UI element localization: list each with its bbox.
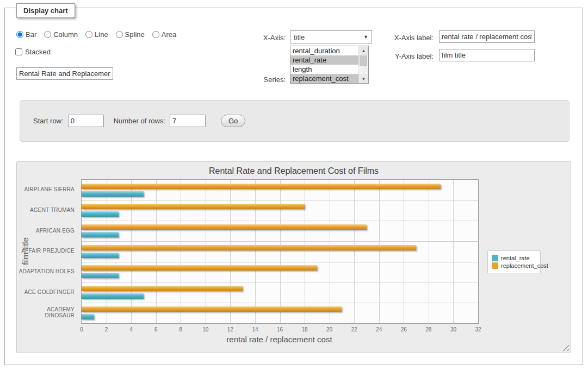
- chart-type-label: Bar: [26, 30, 36, 39]
- vertical-gridline: [280, 180, 281, 323]
- stacked-label: Stacked: [25, 48, 51, 56]
- chart-type-label: Column: [53, 30, 78, 39]
- series-option-rental_rate[interactable]: rental_rate: [290, 55, 359, 65]
- bar-rental_rate: [82, 273, 119, 278]
- x-axis-select[interactable]: title ▼: [290, 30, 372, 43]
- chart-type-radio-bar[interactable]: [16, 31, 23, 38]
- chart-type-radio-line[interactable]: [85, 31, 92, 38]
- vertical-gridline: [131, 180, 132, 323]
- bar-rental_rate: [82, 314, 94, 319]
- series-option-rental_duration[interactable]: rental_duration: [290, 46, 359, 55]
- x-axis-label-input[interactable]: [439, 30, 535, 43]
- vertical-gridline: [404, 180, 404, 323]
- y-axis-label-input[interactable]: [439, 49, 535, 61]
- bar-replacement_cost: [82, 245, 416, 250]
- chart-type-label: Line: [95, 30, 108, 39]
- chart-type-column[interactable]: Column: [44, 30, 78, 39]
- scrollbar-thumb[interactable]: [360, 55, 367, 66]
- display-chart-page: Display chart BarColumnLineSplineArea St…: [0, 0, 588, 370]
- series-scrollbar[interactable]: ▲ ▼: [358, 46, 368, 83]
- x-tick-label: 6: [148, 327, 164, 333]
- category-label: AFRICAN EGG: [17, 220, 78, 241]
- vertical-gridline: [453, 180, 454, 323]
- chart-panel: Rental Rate and Replacement Cost of Film…: [16, 161, 571, 353]
- legend-item-replacement_cost: replacement_cost: [492, 262, 536, 269]
- x-tick-label: 30: [445, 327, 461, 333]
- x-axis-title: rental rate / replacement cost: [81, 335, 478, 344]
- start-row-label: Start row:: [33, 117, 64, 125]
- x-tick-label: 2: [98, 327, 115, 333]
- num-rows-input[interactable]: [170, 115, 206, 127]
- plot-area: 02468101214161820222426283032: [81, 179, 479, 324]
- vertical-gridline: [429, 180, 429, 323]
- x-tick-label: 0: [73, 327, 90, 333]
- go-button[interactable]: Go: [221, 115, 245, 127]
- legend-swatch-icon: [492, 255, 498, 261]
- category-label: ACADEMY DINOSAUR: [17, 302, 78, 323]
- stacked-option[interactable]: Stacked: [15, 48, 51, 56]
- vertical-gridline: [379, 180, 380, 323]
- category-label: AGENT TRUMAN: [17, 200, 78, 221]
- horizontal-gridline: [82, 303, 478, 303]
- chart-type-radio-area[interactable]: [152, 31, 159, 38]
- vertical-gridline: [181, 180, 181, 323]
- chart-type-bar[interactable]: Bar: [16, 30, 36, 39]
- x-tick-label: 8: [172, 327, 189, 333]
- series-field-label: Series:: [228, 76, 286, 84]
- chart-type-group: BarColumnLineSplineArea: [16, 30, 184, 39]
- legend-swatch-icon: [492, 262, 498, 269]
- legend-label: replacement_cost: [501, 262, 548, 269]
- legend-label: rental_rate: [501, 255, 530, 261]
- x-tick-label: 28: [420, 327, 437, 333]
- x-tick-label: 24: [371, 327, 387, 333]
- x-tick-label: 16: [272, 327, 288, 333]
- bar-replacement_cost: [82, 265, 317, 271]
- chart-title: Rental Rate and Replacement Cost of Film…: [17, 166, 571, 176]
- chart-type-line[interactable]: Line: [85, 30, 108, 39]
- bar-replacement_cost: [82, 224, 367, 230]
- horizontal-gridline: [82, 221, 478, 221]
- vertical-gridline: [156, 180, 157, 323]
- vertical-gridline: [354, 180, 355, 323]
- chart-type-spline[interactable]: Spline: [116, 30, 145, 39]
- series-option-length[interactable]: length: [290, 65, 359, 74]
- bar-replacement_cost: [82, 184, 441, 189]
- category-label: ADAPTATION HOLES: [17, 261, 78, 282]
- x-axis-label-field-label: X-Axis label:: [379, 34, 434, 42]
- vertical-gridline: [305, 180, 305, 323]
- series-options: rental_durationrental_ratelengthreplacem…: [290, 46, 359, 83]
- bar-replacement_cost: [82, 286, 243, 291]
- chart-type-radio-spline[interactable]: [116, 31, 123, 38]
- stacked-checkbox[interactable]: [15, 48, 22, 55]
- chart-legend: rental_ratereplacement_cost: [487, 250, 541, 273]
- scroll-down-icon[interactable]: ▼: [359, 74, 368, 83]
- vertical-gridline: [107, 180, 107, 323]
- start-row-input[interactable]: [68, 115, 104, 127]
- x-tick-label: 10: [197, 327, 214, 333]
- bar-rental_rate: [82, 232, 119, 237]
- bar-replacement_cost: [82, 204, 305, 209]
- x-tick-label: 12: [222, 327, 238, 333]
- x-tick-label: 22: [346, 327, 362, 333]
- category-label: AFFAIR PREJUDICE: [17, 241, 78, 261]
- dropdown-arrow-icon: ▼: [363, 34, 368, 40]
- horizontal-gridline: [82, 283, 478, 283]
- chart-type-label: Spline: [125, 30, 145, 39]
- scroll-up-icon[interactable]: ▲: [359, 46, 368, 55]
- series-listbox[interactable]: rental_durationrental_ratelengthreplacem…: [290, 46, 369, 84]
- x-axis-field-label: X-Axis:: [228, 34, 286, 42]
- resize-handle-icon[interactable]: [562, 344, 569, 351]
- horizontal-gridline: [82, 262, 478, 262]
- bar-rental_rate: [82, 211, 119, 217]
- horizontal-gridline: [82, 200, 478, 201]
- chart-type-area[interactable]: Area: [152, 30, 176, 39]
- chart-type-radio-column[interactable]: [44, 31, 51, 38]
- chart-title-input[interactable]: [16, 67, 113, 80]
- vertical-gridline: [206, 180, 206, 323]
- legend-item-rental_rate: rental_rate: [492, 255, 536, 261]
- bar-rental_rate: [82, 253, 119, 258]
- x-tick-label: 18: [296, 327, 313, 333]
- x-tick-label: 4: [123, 327, 139, 333]
- series-option-replacement_cost[interactable]: replacement_cost: [290, 74, 359, 83]
- chart-type-label: Area: [162, 30, 176, 39]
